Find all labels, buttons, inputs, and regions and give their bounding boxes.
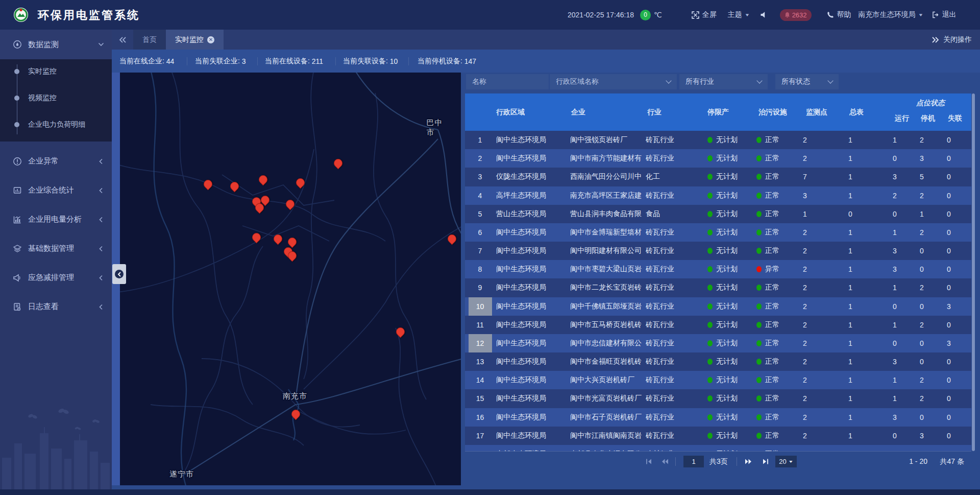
table-row[interactable]: 8阆中生态环境局阆中市枣碧大梁山页岩砖瓦行业无计划异常21300: [465, 260, 971, 278]
sidebar-item-label: 企业综合统计: [28, 185, 74, 195]
sidebar-item-label: 数据监测: [28, 40, 59, 50]
close-actions-button[interactable]: 关闭操作: [943, 35, 972, 44]
column-header-0[interactable]: 行政区域: [495, 93, 570, 131]
facility-cell: 正常: [756, 371, 803, 389]
points-cell: 2: [803, 278, 848, 297]
table-row[interactable]: 10阆中生态环境局阆中千佛镇五郎垭页岩砖瓦行业无计划正常21003: [465, 297, 971, 316]
app-root: 环保用电监管系统 2021-02-25 17:46:18 0 ℃ 全屏 主题▼ …: [0, 0, 980, 495]
points-cell: 2: [803, 389, 848, 408]
stopped-cell: 2: [920, 186, 947, 205]
offline-cell: 0: [947, 316, 971, 334]
stopped-cell: 3: [920, 149, 947, 168]
fullscreen-button[interactable]: 全屏: [692, 10, 717, 19]
region-cell: 阆中生态环境局: [495, 260, 570, 278]
running-cell: 0: [893, 297, 920, 316]
industry-filter-dropdown[interactable]: 所有行业: [679, 74, 768, 89]
tab-1[interactable]: 实时监控✕: [166, 30, 224, 50]
tab-0[interactable]: 首页: [133, 30, 166, 50]
limit-cell: 无计划: [707, 242, 756, 260]
sidebar-subitem-0[interactable]: 实时监控: [0, 64, 112, 79]
table-row[interactable]: 9阆中生态环境局阆中市二龙长宝页岩砖砖瓦行业无计划正常21120: [465, 278, 971, 297]
column-header-offline[interactable]: 失联: [947, 114, 971, 123]
sidebar-item-0[interactable]: 数据监测: [0, 30, 112, 59]
table-row[interactable]: 17阆中生态环境局阆中市江南镇阆南页岩砖瓦行业无计划正常21030: [465, 427, 971, 445]
company-cell: 阆中市五马桥页岩机砖: [570, 316, 646, 334]
meters-cell: 1: [848, 223, 893, 242]
table-row[interactable]: 5营山生态环境局营山县润丰肉食品有限食品无计划正常10010: [465, 205, 971, 223]
points-cell: 2: [803, 131, 848, 149]
table-row[interactable]: 14阆中生态环境局阆中大兴页岩机砖厂砖瓦行业无计划正常21120: [465, 371, 971, 389]
table-scrollbar[interactable]: [972, 93, 975, 451]
stat-value: 3: [242, 57, 246, 65]
offline-cell: 0: [947, 205, 971, 223]
sidebar-item-6[interactable]: 日志查看: [0, 292, 112, 321]
table-row[interactable]: 18南部生态环境局南部县砌华水泥有限公建材行业无计划正常60060: [465, 445, 971, 451]
tabs-scroll-left-button[interactable]: [112, 30, 133, 50]
sidebar-subitem-1[interactable]: 视频监控: [0, 90, 112, 106]
stopped-cell: 2: [920, 316, 947, 334]
prev-page-button[interactable]: [661, 458, 669, 465]
points-cell: 2: [803, 316, 848, 334]
sidebar-item-3[interactable]: 企业用电量分析: [0, 205, 112, 234]
row-index: 15: [476, 394, 484, 403]
table-row[interactable]: 16阆中生态环境局阆中市石子页岩机砖厂砖瓦行业无计划正常21300: [465, 408, 971, 427]
status-filter-dropdown[interactable]: 所有状态: [775, 74, 839, 89]
column-header-2[interactable]: 行业: [646, 93, 707, 131]
page-size-select[interactable]: 20 ▼: [775, 456, 797, 467]
table-row[interactable]: 4高坪生态环境局南充市高坪区王家店建砖瓦行业无计划正常31220: [465, 186, 971, 205]
sidebar-subitem-2[interactable]: 企业电力负荷明细: [0, 117, 112, 132]
sidebar-item-4[interactable]: 基础数据管理: [0, 234, 112, 263]
column-header-4[interactable]: 治污设施: [756, 93, 803, 131]
company-cell: 西南油气田分公司川中: [570, 168, 646, 186]
logout-button[interactable]: 退出: [932, 10, 956, 19]
tab-close-icon[interactable]: ✕: [207, 36, 214, 43]
notification-badge[interactable]: 2632: [780, 9, 812, 21]
sidebar-item-2[interactable]: 企业综合统计: [0, 176, 112, 205]
column-header-1[interactable]: 企业: [570, 93, 646, 131]
stopped-cell: 2: [920, 278, 947, 297]
running-cell: 1: [893, 223, 920, 242]
theme-dropdown[interactable]: 主题▼: [728, 10, 750, 19]
table-row[interactable]: 2阆中生态环境局阆中市南方节能建材有砖瓦行业无计划正常21030: [465, 149, 971, 168]
points-cell: 2: [803, 408, 848, 427]
page-number-input[interactable]: [683, 456, 704, 467]
help-button[interactable]: 帮助: [827, 10, 851, 19]
column-header-5[interactable]: 监测点: [803, 93, 848, 131]
map-roads: [120, 73, 461, 485]
table-row[interactable]: 12阆中生态环境局阆中市忠信建材有限公砖瓦行业无计划正常21003: [465, 334, 971, 352]
first-page-button[interactable]: [645, 458, 653, 465]
limit-cell: 无计划: [707, 334, 756, 352]
column-header-stop[interactable]: 停机: [920, 114, 947, 123]
company-cell: 阆中强锐页岩砖厂: [570, 131, 646, 149]
org-dropdown[interactable]: 南充市生态环境局▼: [859, 10, 923, 19]
app-logo-icon: [13, 7, 29, 22]
region-cell: 阆中生态环境局: [495, 131, 570, 149]
name-filter-input[interactable]: 名称: [466, 74, 549, 89]
table-row[interactable]: 3仪陇生态环境局西南油气田分公司川中化工无计划正常71350: [465, 168, 971, 186]
table-row[interactable]: 13阆中生态环境局阆中市金福旺页岩机砖砖瓦行业无计划正常21300: [465, 352, 971, 371]
next-page-button[interactable]: [745, 458, 752, 465]
table-row[interactable]: 6阆中生态环境局阆中市金博瑞新型墙材砖瓦行业无计划正常21120: [465, 223, 971, 242]
mute-speaker-icon[interactable]: [760, 11, 768, 18]
region-filter-dropdown[interactable]: 行政区域名称: [550, 74, 677, 89]
industry-cell: 砖瓦行业: [646, 223, 707, 242]
table-row[interactable]: 1阆中生态环境局阆中强锐页岩砖厂砖瓦行业无计划正常21120: [465, 131, 971, 149]
running-cell: 0: [893, 445, 920, 451]
table-row[interactable]: 7阆中生态环境局阆中明阳建材有限公司砖瓦行业无计划正常21300: [465, 242, 971, 260]
map[interactable]: 巴中市南充市遂宁市: [120, 73, 461, 485]
chevron-left-icon: [98, 304, 104, 310]
table-row[interactable]: 15阆中生态环境局阆中市光富页岩机砖厂砖瓦行业无计划正常21120: [465, 389, 971, 408]
table-row[interactable]: 11阆中生态环境局阆中市五马桥页岩机砖砖瓦行业无计划正常21120: [465, 316, 971, 334]
region-cell: 阆中生态环境局: [495, 408, 570, 427]
column-header-run[interactable]: 运行: [893, 114, 920, 123]
column-header-3[interactable]: 停限产: [707, 93, 756, 131]
stat-label: 当前在线企业:: [119, 57, 166, 66]
last-page-button[interactable]: [762, 458, 769, 465]
sidebar-item-5[interactable]: 应急减排管理: [0, 263, 112, 292]
sidebar-item-1[interactable]: 企业异常: [0, 147, 112, 176]
map-collapse-button[interactable]: [112, 264, 126, 284]
column-header-6[interactable]: 总表: [848, 93, 893, 131]
double-chevron-right-icon[interactable]: [932, 37, 939, 43]
region-filter-placeholder: 行政区域名称: [556, 77, 599, 86]
stopped-cell: 2: [920, 389, 947, 408]
